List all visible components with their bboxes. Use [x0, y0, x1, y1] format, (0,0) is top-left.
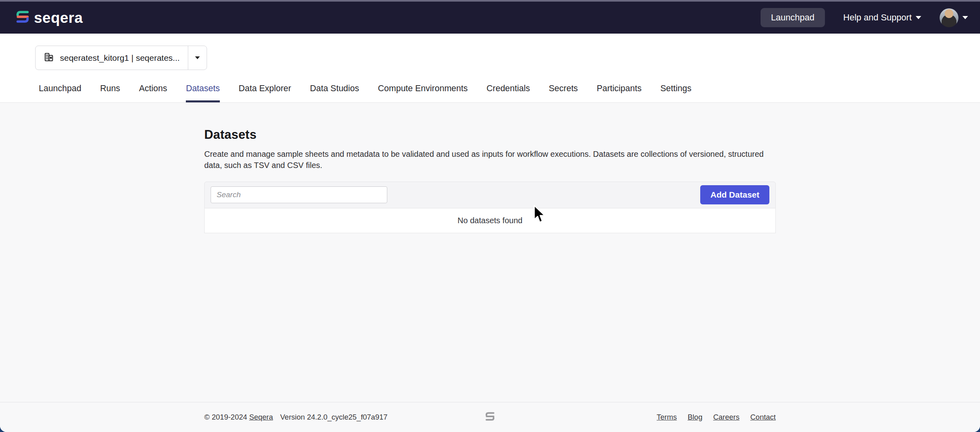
main-content: Datasets Create and manage sample sheets…: [0, 103, 980, 402]
tab-actions[interactable]: Actions: [139, 84, 167, 102]
tab-launchpad[interactable]: Launchpad: [39, 84, 81, 102]
brand-name: seqera: [34, 10, 83, 25]
datasets-card: Add Dataset No datasets found: [204, 182, 776, 233]
footer-links: Terms Blog Careers Contact: [657, 413, 776, 422]
workspace-selector[interactable]: seqeratest_kitorg1 | seqerates...: [35, 46, 207, 70]
seqera-mark-icon: [484, 411, 496, 423]
app-window: seqera Launchpad Help and Support: [0, 0, 980, 432]
avatar: [940, 8, 958, 27]
tab-runs[interactable]: Runs: [100, 84, 120, 102]
footer-left: © 2019-2024 Seqera Version 24.2.0_cycle2…: [204, 413, 388, 422]
tab-data-studios[interactable]: Data Studios: [310, 84, 359, 102]
terms-link[interactable]: Terms: [657, 413, 677, 422]
workspace-tabs: Launchpad Runs Actions Datasets Data Exp…: [39, 84, 980, 102]
tab-datasets[interactable]: Datasets: [186, 84, 220, 102]
search-input[interactable]: [211, 186, 387, 203]
contact-link[interactable]: Contact: [750, 413, 776, 422]
user-menu[interactable]: [940, 8, 968, 27]
careers-link[interactable]: Careers: [713, 413, 739, 422]
tab-settings[interactable]: Settings: [660, 84, 691, 102]
add-dataset-button[interactable]: Add Dataset: [700, 185, 769, 204]
chevron-down-icon: [962, 16, 968, 19]
workspace-selector-main[interactable]: seqeratest_kitorg1 | seqerates...: [36, 46, 188, 70]
empty-state-row: No datasets found: [204, 208, 776, 233]
copyright-text: © 2019-2024 Seqera: [204, 413, 273, 422]
footer: © 2019-2024 Seqera Version 24.2.0_cycle2…: [0, 402, 980, 432]
datasets-toolbar: Add Dataset: [204, 182, 776, 208]
tab-participants[interactable]: Participants: [597, 84, 641, 102]
page-description: Create and manage sample sheets and meta…: [204, 148, 776, 171]
brand-logo[interactable]: seqera: [15, 10, 83, 26]
tab-compute-environments[interactable]: Compute Environments: [378, 84, 468, 102]
workspace-selector-dropdown[interactable]: [188, 46, 207, 70]
chevron-down-icon: [916, 16, 921, 19]
version-text: Version 24.2.0_cycle25_f07a917: [280, 413, 387, 422]
top-navbar: seqera Launchpad Help and Support: [0, 2, 980, 34]
launchpad-button[interactable]: Launchpad: [761, 8, 825, 27]
tab-credentials[interactable]: Credentials: [486, 84, 530, 102]
help-and-support-menu[interactable]: Help and Support: [843, 12, 921, 23]
help-and-support-label: Help and Support: [843, 12, 912, 23]
empty-state-message: No datasets found: [458, 216, 522, 225]
chevron-down-icon: [195, 56, 200, 59]
page-header: seqeratest_kitorg1 | seqerates... Launch…: [0, 34, 980, 103]
navbar-right: Launchpad Help and Support: [761, 8, 968, 27]
tab-secrets[interactable]: Secrets: [549, 84, 578, 102]
blog-link[interactable]: Blog: [687, 413, 702, 422]
seqera-link[interactable]: Seqera: [249, 413, 273, 421]
workspace-selector-label: seqeratest_kitorg1 | seqerates...: [60, 53, 180, 63]
screen: seqera Launchpad Help and Support: [0, 0, 980, 432]
tab-data-explorer[interactable]: Data Explorer: [239, 84, 291, 102]
organization-icon: [44, 52, 54, 64]
page-title: Datasets: [204, 128, 776, 142]
seqera-logo-icon: [15, 10, 30, 26]
